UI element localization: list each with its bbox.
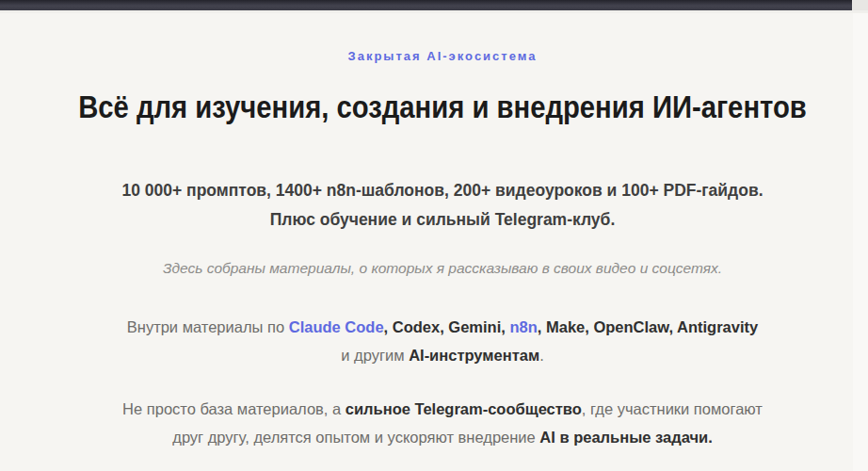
- stats-paragraph: 10 000+ промптов, 1400+ n8n-шаблонов, 20…: [17, 176, 868, 235]
- community-text-3: друг другу, делятся опытом и ускоряют вн…: [172, 429, 539, 446]
- stats-line-1: 10 000+ промптов, 1400+ n8n-шаблонов, 20…: [17, 176, 868, 205]
- tools-prefix: Внутри материалы по: [127, 318, 289, 335]
- page-title: Всё для изучения, создания и внедрения И…: [76, 87, 808, 126]
- tools-list-2: , Make, OpenClaw, Antigravity: [538, 318, 758, 335]
- n8n-highlight: n8n: [509, 318, 537, 335]
- window-top-bar-gap: [852, 0, 868, 10]
- tools-line-2: и другим AI-инструментам.: [17, 341, 868, 369]
- tools-paragraph: Внутри материалы по Claude Code, Codex, …: [17, 313, 868, 369]
- tools-other-prefix: и другим: [341, 347, 409, 364]
- eyebrow-label: Закрытая AI-экосистема: [17, 49, 868, 64]
- personal-note: Здесь собраны материалы, о которых я рас…: [17, 258, 868, 279]
- tools-period: .: [539, 347, 544, 364]
- telegram-community-highlight: сильное Telegram-сообщество: [346, 400, 582, 417]
- ai-tools-highlight: AI-инструментам: [409, 347, 539, 364]
- landing-hero-screen: Закрытая AI-экосистема Всё для изучения,…: [0, 0, 868, 471]
- community-text-2: , где участники помогают: [582, 400, 763, 417]
- window-top-bar: [0, 0, 852, 10]
- ai-tasks-highlight: AI в реальные задачи.: [539, 429, 712, 446]
- tools-list-1: , Codex, Gemini,: [384, 318, 510, 335]
- claude-code-highlight: Claude Code: [289, 318, 384, 335]
- tools-line-1: Внутри материалы по Claude Code, Codex, …: [17, 313, 868, 341]
- stats-line-2: Плюс обучение и сильный Telegram-клуб.: [17, 205, 868, 235]
- community-line-1: Не просто база материалов, а сильное Tel…: [17, 395, 868, 423]
- top-bar-divider: [0, 10, 868, 13]
- community-line-2: друг другу, делятся опытом и ускоряют вн…: [17, 423, 868, 451]
- community-paragraph: Не просто база материалов, а сильное Tel…: [17, 395, 868, 451]
- community-text-1: Не просто база материалов, а: [122, 400, 346, 417]
